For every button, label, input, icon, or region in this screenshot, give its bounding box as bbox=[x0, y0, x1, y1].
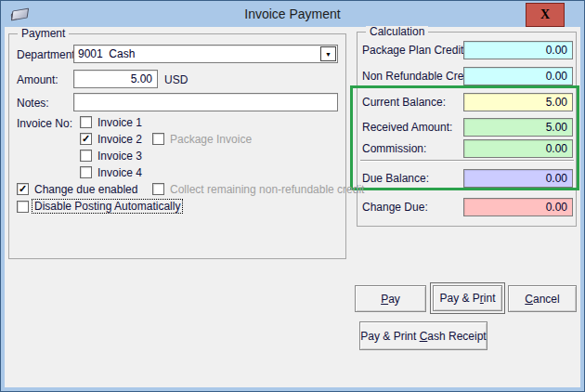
pay-button-label-mnemonic: P bbox=[381, 293, 388, 306]
collect-remaining-label: Collect remaining non-refundable credit bbox=[170, 183, 364, 196]
disable-posting-label[interactable]: Disable Posting Automatically bbox=[32, 199, 183, 214]
pay-print-cash-label-mnemonic: C bbox=[420, 330, 428, 343]
invoice-1-label[interactable]: Invoice 1 bbox=[98, 116, 142, 129]
department-value: 9001 Cash bbox=[78, 47, 135, 61]
package-invoice-label: Package Invoice bbox=[170, 133, 252, 146]
package-invoice-checkbox bbox=[152, 133, 164, 145]
package-plan-credit-value: 0.00 bbox=[463, 41, 573, 59]
invoice-3-checkbox[interactable] bbox=[80, 150, 92, 162]
cancel-button-label-mnemonic: C bbox=[525, 293, 533, 306]
close-button[interactable]: X bbox=[526, 3, 565, 27]
package-plan-credit-label: Package Plan Credit: bbox=[362, 44, 467, 57]
change-due-enabled-label[interactable]: Change due enabled bbox=[34, 183, 137, 196]
pay-and-print-button[interactable]: Pay & Print bbox=[433, 285, 502, 311]
invoice-4-label[interactable]: Invoice 4 bbox=[98, 166, 142, 179]
current-balance-value: 5.00 bbox=[463, 93, 573, 111]
calculation-divider bbox=[360, 160, 574, 161]
department-label: Department: bbox=[17, 48, 78, 61]
chevron-down-icon: ▼ bbox=[325, 51, 332, 58]
department-combobox[interactable]: 9001 Cash ▼ bbox=[73, 45, 338, 63]
change-due-enabled-checkbox[interactable]: ✓ bbox=[17, 183, 29, 195]
amount-label: Amount: bbox=[17, 73, 58, 86]
disable-posting-checkbox[interactable] bbox=[17, 201, 29, 213]
invoice-1-checkbox[interactable] bbox=[80, 116, 92, 128]
received-amount-value: 5.00 bbox=[463, 118, 573, 137]
cancel-button[interactable]: Cancel bbox=[508, 285, 577, 312]
department-dropdown-button[interactable]: ▼ bbox=[320, 46, 336, 61]
calculation-group-label: Calculation bbox=[366, 26, 428, 37]
non-refundable-credit-value: 0.00 bbox=[463, 67, 573, 85]
invoice-payment-dialog: Invoice Payment X Payment Department: 90… bbox=[0, 0, 585, 392]
pay-print-cash-label-post: ash Receipt bbox=[427, 330, 486, 343]
cancel-button-label-post: ancel bbox=[533, 293, 560, 306]
collect-remaining-checkbox bbox=[152, 183, 164, 195]
close-icon: X bbox=[540, 8, 550, 21]
change-due-label: Change Due: bbox=[362, 201, 428, 214]
received-amount-label: Received Amount: bbox=[362, 121, 452, 134]
payment-groupbox bbox=[8, 33, 346, 259]
window-title: Invoice Payment bbox=[1, 7, 584, 21]
pay-print-cash-label-pre: Pay & Print bbox=[360, 330, 419, 343]
invoice-no-label: Invoice No: bbox=[17, 117, 72, 130]
commission-label: Commission: bbox=[362, 142, 426, 155]
amount-input[interactable]: 5.00 bbox=[73, 70, 158, 88]
non-refundable-credit-label: Non Refundable Credit: bbox=[362, 70, 478, 83]
due-balance-label: Due Balance: bbox=[362, 172, 429, 185]
commission-value: 0.00 bbox=[463, 139, 573, 158]
notes-input[interactable] bbox=[73, 93, 338, 111]
notes-label: Notes: bbox=[17, 97, 49, 110]
change-due-value: 0.00 bbox=[463, 198, 573, 216]
pay-and-print-cash-receipt-button[interactable]: Pay & Print Cash Receipt bbox=[359, 321, 488, 350]
pay-button-label-post: ay bbox=[388, 293, 400, 306]
invoice-2-label[interactable]: Invoice 2 bbox=[98, 133, 142, 146]
due-balance-value: 0.00 bbox=[463, 169, 573, 188]
invoice-4-checkbox[interactable] bbox=[80, 166, 92, 178]
pay-and-print-button-ring: Pay & Print bbox=[430, 282, 505, 314]
pay-button[interactable]: Pay bbox=[355, 285, 426, 312]
payment-group-label: Payment bbox=[18, 28, 69, 39]
titlebar: Invoice Payment X bbox=[1, 1, 584, 27]
pay-and-print-label-post: int bbox=[484, 292, 496, 305]
currency-label: USD bbox=[164, 73, 188, 86]
pay-and-print-label-pre: Pay & P bbox=[439, 292, 479, 305]
invoice-3-label[interactable]: Invoice 3 bbox=[98, 150, 142, 163]
invoice-2-checkbox[interactable]: ✓ bbox=[80, 133, 92, 145]
current-balance-label: Current Balance: bbox=[362, 96, 446, 109]
